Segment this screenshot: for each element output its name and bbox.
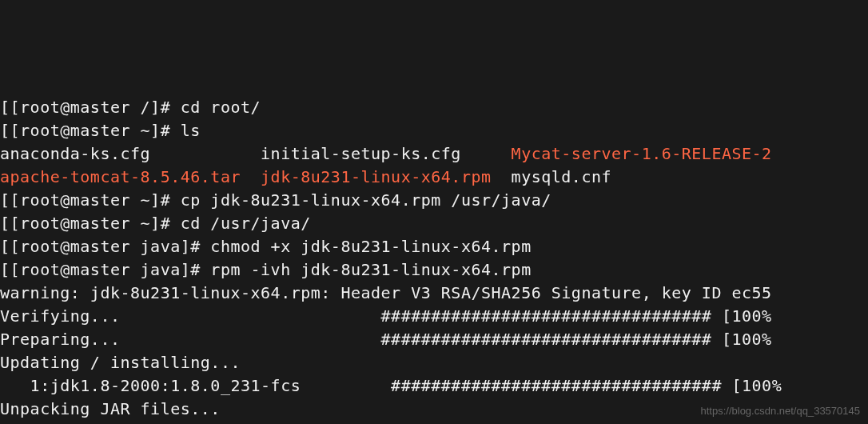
terminal-line: [[root@master ~]# ls [0, 119, 868, 142]
terminal-text: 1:jdk1.8-2000:1.8.0_231-fcs ############… [0, 376, 782, 395]
terminal-line: apache-tomcat-8.5.46.tar jdk-8u231-linux… [0, 166, 868, 189]
terminal-text: [[root@master java]# chmod +x jdk-8u231-… [0, 237, 532, 256]
watermark-text: https://blog.csdn.net/qq_33570145 [701, 404, 861, 419]
terminal-line: 1:jdk1.8-2000:1.8.0_231-fcs ############… [0, 374, 868, 398]
terminal-text: Updating / installing... [0, 353, 241, 372]
terminal-text: mysqld.cnf [492, 167, 612, 186]
terminal-line: warning: jdk-8u231-linux-x64.rpm: Header… [0, 282, 868, 305]
terminal-text [241, 167, 261, 186]
terminal-text: warning: jdk-8u231-linux-x64.rpm: Header… [0, 283, 772, 302]
terminal-output[interactable]: [[root@master /]# cd root/[[root@master … [0, 96, 868, 424]
file-highlight: apache-tomcat-8.5.46.tar [0, 167, 241, 186]
terminal-text: Preparing... ###########################… [0, 330, 772, 349]
terminal-text: anaconda-ks.cfg initial-setup-ks.cfg [0, 144, 512, 163]
terminal-line: [[root@master /]# cd root/ [0, 96, 868, 119]
terminal-text: [[root@master ~]# ls [0, 121, 201, 140]
terminal-line: [[root@master java]# rpm -ivh jdk-8u231-… [0, 258, 868, 282]
terminal-line: Preparing... ###########################… [0, 328, 868, 351]
terminal-line: Verifying... ###########################… [0, 305, 868, 328]
file-highlight: jdk-8u231-linux-x64.rpm [261, 167, 491, 186]
terminal-text: Verifying... ###########################… [0, 306, 772, 326]
terminal-text: Unpacking JAR files... [0, 399, 221, 418]
terminal-text: [[root@master java]# rpm -ivh jdk-8u231-… [0, 260, 532, 279]
terminal-line: tools.jar... [0, 421, 868, 424]
terminal-text: [[root@master ~]# cd /usr/java/ [0, 214, 311, 233]
terminal-line: [[root@master java]# chmod +x jdk-8u231-… [0, 235, 868, 258]
terminal-line: Updating / installing... [0, 351, 868, 374]
terminal-line: [[root@master ~]# cd /usr/java/ [0, 212, 868, 235]
terminal-text: [[root@master ~]# cp jdk-8u231-linux-x64… [0, 190, 551, 210]
terminal-line: [[root@master ~]# cp jdk-8u231-linux-x64… [0, 189, 868, 212]
file-highlight: Mycat-server-1.6-RELEASE-2 [512, 144, 772, 163]
terminal-text: [[root@master /]# cd root/ [0, 98, 261, 117]
terminal-line: anaconda-ks.cfg initial-setup-ks.cfg Myc… [0, 142, 868, 166]
